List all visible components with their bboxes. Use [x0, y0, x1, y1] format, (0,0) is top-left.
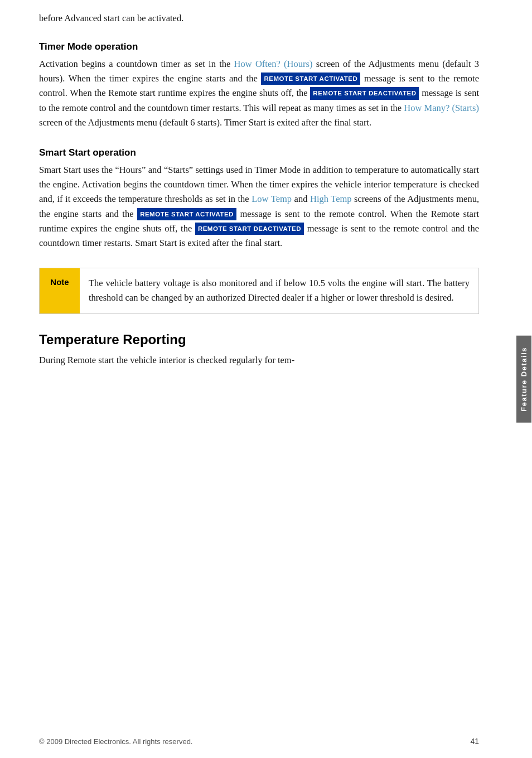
timer-link-howmany[interactable]: How Many? (Starts) [404, 103, 479, 113]
timer-mode-heading: Timer Mode operation [39, 41, 479, 52]
timer-body-5: screen of the Adjustments menu (default … [39, 117, 371, 128]
badge-remote-start-deactivated-1: REMOTE START DEACTIVATED [310, 87, 419, 99]
timer-link-howoften[interactable]: How Often? (Hours) [234, 59, 313, 69]
footer-copyright: © 2009 Directed Electronics. All rights … [39, 737, 192, 746]
note-content: The vehicle battery voltage is also moni… [80, 268, 478, 313]
temperature-reporting-body: During Remote start the vehicle interior… [39, 353, 479, 368]
temperature-reporting-section: Temperature Reporting During Remote star… [39, 332, 479, 368]
smart-link-lowtemp[interactable]: Low Temp [252, 194, 292, 204]
smart-link-hightemp[interactable]: High Temp [310, 194, 352, 204]
sidebar-tab-container: Feature Details [515, 112, 532, 646]
badge-remote-start-deactivated-2: REMOTE START DEACTIVATED [195, 223, 304, 235]
smart-start-heading: Smart Start operation [39, 147, 479, 158]
timer-mode-section: Timer Mode operation Activation begins a… [39, 41, 479, 131]
timer-mode-body: Activation begins a countdown timer as s… [39, 57, 479, 131]
page-container: Feature Details before Advanced start ca… [0, 0, 532, 758]
footer-page-number: 41 [470, 737, 479, 746]
sidebar-tab: Feature Details [516, 336, 531, 423]
badge-remote-start-activated-2: REMOTE START ACTIVATED [137, 208, 236, 220]
footer: © 2009 Directed Electronics. All rights … [39, 737, 479, 746]
temperature-reporting-heading: Temperature Reporting [39, 332, 479, 347]
smart-body-2: and [292, 194, 310, 204]
smart-start-section: Smart Start operation Smart Start uses t… [39, 147, 479, 251]
smart-start-body: Smart Start uses the “Hours” and “Starts… [39, 163, 479, 251]
badge-remote-start-activated-1: REMOTE START ACTIVATED [261, 73, 360, 85]
intro-text: before Advanced start can be activated. [39, 11, 479, 26]
note-box: Note The vehicle battery voltage is also… [39, 268, 479, 314]
timer-body-1: Activation begins a countdown timer as s… [39, 59, 234, 69]
note-label: Note [40, 268, 80, 313]
main-content: before Advanced start can be activated. … [39, 0, 479, 407]
